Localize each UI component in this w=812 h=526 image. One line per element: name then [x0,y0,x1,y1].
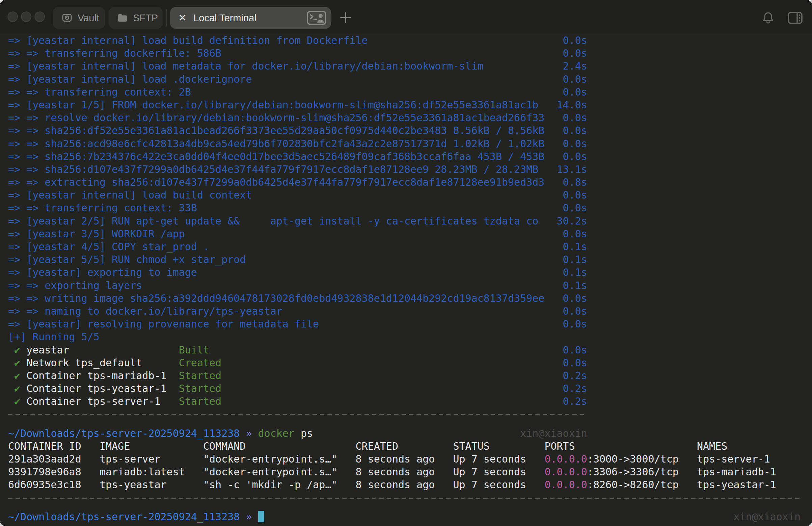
tab-sftp-label: SFTP [133,13,158,24]
folder-icon [117,14,128,22]
tab-vault-label: Vault [78,13,99,24]
close-tab-icon[interactable]: ✕ [178,13,187,23]
build-log-line: => [yeastar internal] load metadata for … [8,60,812,73]
tab-local-terminal[interactable]: ✕ Local Terminal [170,7,331,29]
build-log-line: => => writing image sha256:a392ddd946047… [8,292,812,305]
vault-icon [62,13,72,23]
build-log-line: => [yeastar 5/5] RUN chmod +x star_prod … [8,253,812,266]
new-tab-button[interactable] [338,10,353,25]
window-minimize-button[interactable] [21,12,31,22]
build-log-line: => [yeastar] exporting to image 0.1s [8,266,812,279]
tab-sftp[interactable]: SFTP [109,7,163,29]
terminal-window: Vault SFTP ✕ Local Terminal [0,0,812,526]
window-zoom-button[interactable] [34,12,45,22]
compose-status-line: ✔ Container tps-yeastar-1 Started 0.2s [8,382,812,395]
compose-status-line: ✔ Container tps-server-1 Started 0.2s [8,395,812,408]
build-log-line: => => sha256:d107e437f7299a0db6425d4e37f… [8,163,812,176]
terminal-host-icon [307,11,327,25]
compose-running-header: [+] Running 5/5 [8,330,812,343]
build-log-line: => [yeastar 4/5] COPY star_prod . 0.1s [8,240,812,253]
tab-separator [166,9,167,27]
build-log-line: => => sha256:df52e55e3361a81ac1bead266f3… [8,124,812,137]
build-log-line: => => transferring dockerfile: 586B 0.0s [8,47,812,60]
right-prompt-user: xin@xiaoxin [520,427,587,440]
compose-status-line: ✔ Container tps-mariadb-1 Started 0.2s [8,369,812,382]
build-log-line: => [yeastar internal] load build definit… [8,34,812,47]
tab-local-terminal-label: Local Terminal [193,13,256,24]
build-log-line: => => transferring context: 33B 0.0s [8,201,812,214]
notifications-bell-icon[interactable] [762,12,774,24]
build-log-line: => [yeastar internal] load .dockerignore… [8,73,812,86]
build-log-line: => [yeastar] resolving provenance for me… [8,318,812,330]
title-bar: Vault SFTP ✕ Local Terminal [0,0,812,34]
build-log-line: => => naming to docker.io/library/tps-ye… [8,305,812,318]
prompt-separator [8,414,812,427]
build-log-line: => [yeastar 2/5] RUN apt-get update && a… [8,215,812,228]
build-log-line: => => sha256:7b234376c422e3ca0dd04f4ee0d… [8,150,812,163]
ps-table-row: 291a303aad2d tps-server "docker-entrypoi… [8,453,812,466]
window-controls [8,12,45,22]
tab-vault[interactable]: Vault [53,7,105,29]
terminal-cursor [258,511,264,522]
prompt-line-current: ~/Downloads/tps-server-20250924_113238 »… [8,511,800,523]
terminal-output[interactable]: => [yeastar internal] load build definit… [8,34,812,526]
window-close-button[interactable] [8,12,18,22]
ps-table-row: 9391798e96a8 mariadb:latest "docker-entr… [8,466,812,479]
build-log-line: => => exporting layers 0.1s [8,279,812,292]
right-prompt-user: xin@xiaoxin [734,511,800,523]
build-log-line: => => extracting sha256:d107e437f7299a0d… [8,176,812,189]
compose-status-line: ✔ Network tps_default Created 0.0s [8,356,812,369]
ps-table-header: CONTAINER ID IMAGE COMMAND CREATED STATU… [8,440,812,453]
prompt-line: ~/Downloads/tps-server-20250924_113238 »… [8,427,587,440]
build-log-line: => [yeastar internal] load build context… [8,189,812,201]
build-log-line: => => sha256:acd98e6cfc42813a4db9ca54ed7… [8,138,812,150]
compose-status-line: ✔ yeastar Built 0.0s [8,344,812,356]
side-panel-toggle-icon[interactable] [788,12,802,24]
prompt-separator [8,498,812,511]
build-log-line: => => transferring context: 2B 0.0s [8,86,812,99]
build-log-line: => [yeastar 3/5] WORKDIR /app 0.0s [8,228,812,240]
build-log-line: => => resolve docker.io/library/debian:b… [8,111,812,124]
build-log-line: => [yeastar 1/5] FROM docker.io/library/… [8,99,812,111]
ps-table-row: 6d60935e3c18 tps-yeastar "sh -c 'mkdir -… [8,479,812,491]
